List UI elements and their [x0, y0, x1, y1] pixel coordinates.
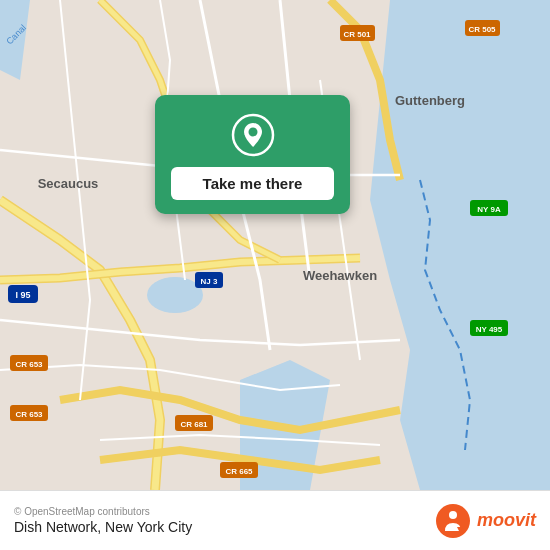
svg-text:CR 681: CR 681 [180, 420, 208, 429]
svg-point-30 [248, 128, 257, 137]
map-svg: I 95 NJ 3 CR 501 CR 505 CR 653 CR 653 CR… [0, 0, 550, 490]
take-me-there-button[interactable]: Take me there [171, 167, 334, 200]
svg-text:CR 505: CR 505 [468, 25, 496, 34]
location-city: New York City [105, 519, 192, 535]
bottom-bar: © OpenStreetMap contributors Dish Networ… [0, 490, 550, 550]
map-container: I 95 NJ 3 CR 501 CR 505 CR 653 CR 653 CR… [0, 0, 550, 490]
svg-text:NJ 3: NJ 3 [201, 277, 218, 286]
svg-text:Guttenberg: Guttenberg [395, 93, 465, 108]
bottom-info: © OpenStreetMap contributors Dish Networ… [14, 506, 192, 535]
location-name: Dish Network, [14, 519, 101, 535]
location-text: Dish Network, New York City [14, 519, 192, 535]
svg-text:Secaucus: Secaucus [38, 176, 99, 191]
popup-card: Take me there [155, 95, 350, 214]
svg-text:Weehawken: Weehawken [303, 268, 377, 283]
svg-point-31 [436, 504, 470, 538]
svg-text:NY 9A: NY 9A [477, 205, 501, 214]
svg-text:CR 665: CR 665 [225, 467, 253, 476]
svg-text:CR 501: CR 501 [343, 30, 371, 39]
svg-text:I 95: I 95 [15, 290, 30, 300]
moovit-logo: moovit [435, 503, 536, 539]
svg-text:CR 653: CR 653 [15, 410, 43, 419]
svg-text:NY 495: NY 495 [476, 325, 503, 334]
svg-text:CR 653: CR 653 [15, 360, 43, 369]
moovit-text: moovit [477, 510, 536, 531]
svg-point-2 [147, 277, 203, 313]
svg-point-32 [449, 511, 457, 519]
moovit-logo-icon [435, 503, 471, 539]
location-pin-icon [231, 113, 275, 157]
copyright-text: © OpenStreetMap contributors [14, 506, 192, 517]
